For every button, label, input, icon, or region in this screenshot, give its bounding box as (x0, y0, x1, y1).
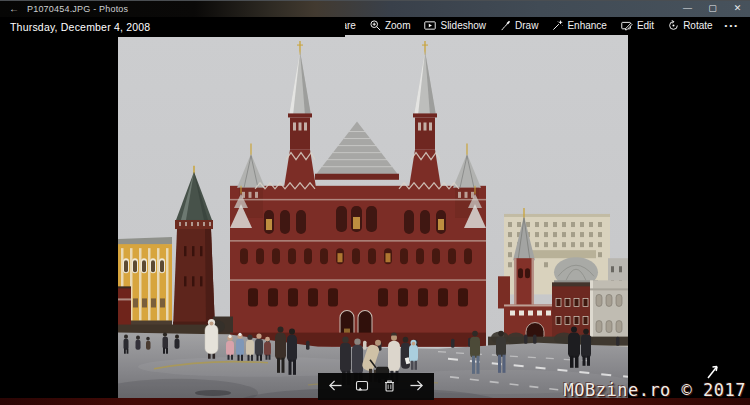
photo-date-label: Thursday, December 4, 2008 (0, 17, 345, 37)
titlebar: ← P1070454.JPG - Photos — ▢ ✕ (0, 1, 750, 17)
watermark-text: MOBzine.ro © 2017 (564, 380, 747, 400)
draw-button[interactable]: Draw (493, 17, 545, 34)
bottom-nav-bar (318, 373, 434, 400)
photo-viewer[interactable] (118, 35, 628, 405)
slideshow-icon (424, 20, 436, 31)
zoom-icon (370, 20, 381, 31)
arsenal-building (118, 237, 172, 328)
rotate-button[interactable]: Rotate (661, 17, 719, 34)
window-controls: — ▢ ✕ (675, 1, 750, 17)
window-title: P1070454.JPG - Photos (27, 4, 128, 14)
previous-button[interactable] (327, 379, 343, 395)
photos-app-window: ← P1070454.JPG - Photos — ▢ ✕ Share Zoom… (0, 0, 750, 405)
slideshow-button[interactable]: Slideshow (417, 17, 493, 34)
next-button[interactable] (409, 379, 425, 395)
rotate-icon (668, 20, 679, 31)
back-button[interactable]: ← (0, 1, 27, 17)
draw-icon (500, 20, 511, 31)
edit-button[interactable]: Edit (614, 17, 661, 34)
zoom-button[interactable]: Zoom (363, 17, 418, 34)
rotate-small-icon (355, 378, 369, 396)
minimize-button[interactable]: — (675, 1, 700, 17)
rotate-label: Rotate (683, 20, 712, 31)
arrow-left-icon (328, 378, 343, 396)
draw-label: Draw (515, 20, 538, 31)
enhance-button[interactable]: Enhance (545, 17, 613, 34)
enhance-icon (552, 20, 563, 31)
arrow-right-icon (409, 378, 424, 396)
delete-button[interactable] (382, 379, 398, 395)
date-text: Thursday, December 4, 2008 (10, 21, 150, 33)
see-more-button[interactable]: ••• (720, 21, 747, 30)
close-button[interactable]: ✕ (725, 1, 750, 17)
edit-icon (621, 20, 633, 31)
zoom-label: Zoom (385, 20, 411, 31)
slideshow-label: Slideshow (440, 20, 486, 31)
enhance-label: Enhance (567, 20, 606, 31)
photo-content (118, 35, 628, 405)
rotate-photo-button[interactable] (354, 379, 370, 395)
edit-label: Edit (637, 20, 654, 31)
maximize-button[interactable]: ▢ (700, 1, 725, 17)
trash-icon (383, 378, 396, 396)
